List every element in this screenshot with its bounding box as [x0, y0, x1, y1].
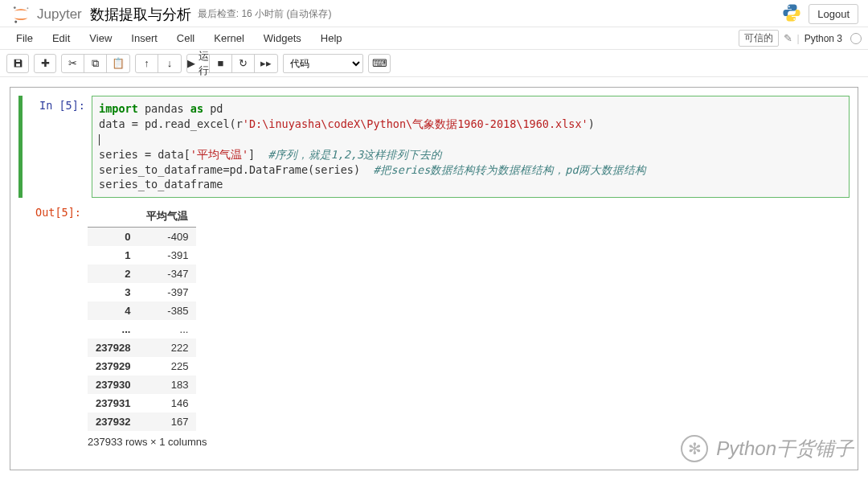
svg-point-1	[27, 7, 28, 9]
table-row: 4-385	[88, 302, 196, 320]
copy-button[interactable]: ⧉	[84, 55, 107, 72]
edit-mode-icon[interactable]: ✎	[784, 32, 792, 44]
dataframe-table: 平均气温 0-4091-3912-3473-3974-385......2379…	[88, 206, 196, 431]
restart-icon: ↻	[239, 57, 248, 69]
row-value: 225	[138, 357, 196, 375]
arrow-up-icon: ↑	[144, 57, 149, 69]
table-row: ......	[88, 320, 196, 338]
menu-view[interactable]: View	[80, 29, 121, 47]
row-index: 237928	[88, 338, 138, 357]
row-index: 0	[88, 228, 138, 247]
paste-button[interactable]: 📋	[107, 55, 129, 72]
menu-cell[interactable]: Cell	[167, 29, 204, 47]
jupyter-icon	[10, 3, 32, 26]
row-index: 2	[88, 265, 138, 283]
header-bar: Jupyter 数据提取与分析 最后检查: 16 小时前 (自动保存) Logo…	[0, 0, 868, 27]
code-input[interactable]: import pandas as pd data = pd.read_excel…	[92, 96, 850, 198]
keyboard-icon: ⌨	[372, 57, 387, 69]
jupyter-logo[interactable]: Jupyter	[10, 3, 82, 26]
notebook-name[interactable]: 数据提取与分析	[90, 5, 191, 24]
row-value: 222	[138, 338, 196, 357]
notebook-inner: In [5]: import pandas as pd data = pd.re…	[10, 87, 858, 470]
menu-file[interactable]: File	[6, 29, 43, 47]
copy-icon: ⧉	[92, 57, 99, 70]
interrupt-button[interactable]: ■	[210, 55, 232, 72]
menu-insert[interactable]: Insert	[121, 29, 167, 47]
table-row: 237931146	[88, 394, 196, 412]
kernel-name[interactable]: Python 3	[805, 33, 845, 44]
table-row: 3-397	[88, 283, 196, 302]
row-value: -409	[138, 228, 196, 247]
logout-button[interactable]: Logout	[809, 4, 858, 24]
svg-point-3	[788, 6, 790, 7]
code-cell[interactable]: In [5]: import pandas as pd data = pd.re…	[18, 96, 850, 198]
move-down-button[interactable]: ↓	[158, 55, 181, 72]
clipboard-group: ✂ ⧉ 📋	[61, 54, 130, 73]
svg-point-2	[14, 20, 17, 23]
output-area: Out[5]: 平均气温 0-4091-3912-3473-3974-385..…	[18, 203, 850, 448]
trusted-indicator[interactable]: 可信的	[739, 30, 779, 47]
table-row: 237929225	[88, 357, 196, 375]
logo-text: Jupyter	[37, 6, 82, 23]
add-cell-button[interactable]: ✚	[34, 54, 56, 73]
move-up-button[interactable]: ↑	[136, 55, 158, 72]
row-value: 146	[138, 394, 196, 412]
df-column-header: 平均气温	[138, 206, 196, 228]
row-value: ...	[138, 320, 196, 338]
row-index: 3	[88, 283, 138, 302]
table-row: 237930183	[88, 375, 196, 394]
row-index: 237930	[88, 375, 138, 394]
run-icon: ▶	[187, 57, 195, 69]
watermark-text: Python干货铺子	[716, 436, 854, 462]
table-row: 0-409	[88, 228, 196, 247]
save-icon	[13, 58, 23, 68]
row-index: 237929	[88, 357, 138, 375]
save-button[interactable]	[6, 54, 29, 73]
menu-edit[interactable]: Edit	[43, 29, 80, 47]
row-index: 4	[88, 302, 138, 320]
celltype-select[interactable]: 代码	[283, 54, 363, 73]
menubar: File Edit View Insert Cell Kernel Widget…	[0, 27, 868, 50]
text-cursor	[99, 134, 100, 146]
restart-button[interactable]: ↻	[232, 55, 255, 72]
menu-help[interactable]: Help	[311, 29, 352, 47]
kernel-idle-icon[interactable]	[850, 33, 862, 44]
move-group: ↑ ↓	[135, 54, 182, 73]
row-index: 237932	[88, 412, 138, 431]
menu-widgets[interactable]: Widgets	[254, 29, 311, 47]
save-status: 最后检查: 16 小时前 (自动保存)	[198, 7, 332, 21]
table-row: 237928222	[88, 338, 196, 357]
row-index: 1	[88, 246, 138, 265]
table-row: 237932167	[88, 412, 196, 431]
menu-kernel[interactable]: Kernel	[204, 29, 254, 47]
row-value: 167	[138, 412, 196, 431]
fast-forward-icon: ▸▸	[260, 57, 272, 69]
header-right: Logout	[781, 2, 858, 26]
table-row: 2-347	[88, 265, 196, 283]
cut-button[interactable]: ✂	[62, 55, 84, 72]
paste-icon: 📋	[112, 57, 125, 69]
output-body: 平均气温 0-4091-3912-3473-3974-385......2379…	[88, 203, 850, 448]
table-row: 1-391	[88, 246, 196, 265]
run-button[interactable]: ▶ 运行	[187, 55, 210, 72]
output-prompt: Out[5]:	[18, 203, 88, 448]
row-value: -385	[138, 302, 196, 320]
svg-point-0	[14, 6, 16, 9]
toolbar: ✚ ✂ ⧉ 📋 ↑ ↓ ▶ 运行 ■ ↻ ▸▸ 代码 ⌨	[0, 50, 868, 77]
row-value: 183	[138, 375, 196, 394]
row-value: -391	[138, 246, 196, 265]
divider: |	[797, 33, 800, 44]
notebook-container: In [5]: import pandas as pd data = pd.re…	[0, 77, 868, 480]
python-icon	[781, 2, 802, 26]
run-group: ▶ 运行 ■ ↻ ▸▸	[186, 54, 278, 73]
arrow-down-icon: ↓	[167, 57, 173, 69]
restart-run-all-button[interactable]: ▸▸	[255, 55, 277, 72]
command-palette-button[interactable]: ⌨	[368, 54, 391, 73]
wechat-icon: ✻	[681, 435, 708, 462]
stop-icon: ■	[218, 57, 224, 69]
run-label: 运行	[199, 49, 209, 78]
row-index: ...	[88, 320, 138, 338]
row-value: -397	[138, 283, 196, 302]
input-prompt: In [5]:	[23, 96, 92, 198]
watermark: ✻ Python干货铺子	[681, 435, 854, 462]
